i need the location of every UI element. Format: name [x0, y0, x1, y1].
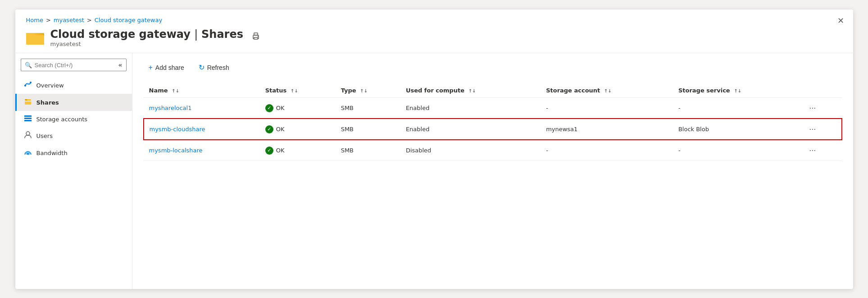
cell-actions-2: ···	[801, 140, 841, 161]
breadcrumb-resource[interactable]: myasetest	[54, 17, 84, 23]
breadcrumb: Home > myasetest > Cloud storage gateway	[26, 17, 842, 23]
cell-storage-service-0: -	[673, 98, 801, 119]
sidebar-item-shares[interactable]: Shares	[15, 94, 132, 111]
cell-status-1: ✓ OK	[260, 119, 336, 140]
bandwidth-icon	[24, 148, 32, 158]
cell-name-2: mysmb-localshare	[144, 140, 260, 161]
sidebar-item-label-bandwidth: Bandwidth	[36, 150, 68, 156]
svg-point-5	[257, 36, 258, 37]
sidebar-item-storage-accounts[interactable]: Storage accounts	[15, 111, 132, 127]
cell-compute-0: Enabled	[400, 98, 541, 119]
sidebar-item-users[interactable]: Users	[15, 127, 132, 144]
cell-actions-0: ···	[801, 98, 841, 119]
name-link-1[interactable]: mysmb-cloudshare	[150, 126, 205, 133]
sort-icon-storage-service: ↑↓	[734, 88, 741, 93]
col-header-storage-account[interactable]: Storage account ↑↓	[541, 83, 673, 98]
svg-rect-4	[254, 37, 258, 39]
col-header-compute[interactable]: Used for compute ↑↓	[400, 83, 541, 98]
refresh-button[interactable]: ↻ Refresh	[193, 60, 235, 74]
cell-storage-account-0: -	[541, 98, 673, 119]
search-icon: 🔍	[25, 62, 32, 69]
title-row: Cloud storage gateway | Shares myasetest	[26, 28, 842, 53]
refresh-icon: ↻	[199, 63, 205, 72]
body: 🔍 « Overview	[15, 53, 853, 289]
svg-point-6	[24, 85, 26, 87]
table-row[interactable]: mysharelocal1 ✓ OK SMB Enabled - - ···	[144, 98, 842, 119]
main-content: + Add share ↻ Refresh Name ↑↓	[132, 53, 853, 289]
svg-point-7	[27, 83, 29, 85]
cell-storage-service-1: Block Blob	[673, 119, 801, 140]
col-header-actions	[801, 83, 841, 98]
sidebar-item-label-overview: Overview	[36, 82, 64, 89]
sidebar-item-label-shares: Shares	[36, 99, 59, 106]
svg-rect-10	[25, 99, 27, 101]
cell-storage-account-2: -	[541, 140, 673, 161]
title-pipe: |	[194, 28, 201, 41]
status-text-2: OK	[276, 147, 285, 154]
cell-compute-2: Disabled	[400, 140, 541, 161]
table-row[interactable]: mysmb-cloudshare ✓ OK SMB Enabled mynews…	[144, 119, 842, 140]
title-text: Cloud storage gateway | Shares myasetest	[50, 28, 243, 48]
folder-icon	[26, 29, 44, 46]
svg-rect-3	[254, 33, 258, 35]
name-link-2[interactable]: mysmb-localshare	[149, 147, 203, 154]
close-button[interactable]: ✕	[837, 17, 844, 25]
cell-status-2: ✓ OK	[260, 140, 336, 161]
shares-table: Name ↑↓ Status ↑↓ Type ↑↓ Used for com	[143, 83, 842, 161]
svg-rect-14	[24, 120, 32, 121]
add-share-button[interactable]: + Add share	[143, 61, 190, 74]
print-icon[interactable]	[251, 32, 260, 43]
sort-icon-compute: ↑↓	[468, 88, 476, 93]
svg-rect-12	[24, 115, 32, 117]
cell-type-0: SMB	[336, 98, 400, 119]
cell-name-1: mysmb-cloudshare	[144, 119, 260, 140]
svg-point-8	[30, 82, 32, 83]
status-text-1: OK	[276, 126, 285, 133]
svg-rect-13	[24, 118, 32, 119]
cell-type-2: SMB	[336, 140, 400, 161]
toolbar: + Add share ↻ Refresh	[143, 60, 842, 74]
cell-type-1: SMB	[336, 119, 400, 140]
sidebar-item-bandwidth[interactable]: Bandwidth	[15, 144, 132, 161]
sort-icon-storage-account: ↑↓	[604, 88, 612, 93]
table-row[interactable]: mysmb-localshare ✓ OK SMB Disabled - - ·…	[144, 140, 842, 161]
more-actions-button-0[interactable]: ···	[806, 102, 818, 114]
cell-compute-1: Enabled	[400, 119, 541, 140]
cell-storage-account-1: mynewsa1	[541, 119, 673, 140]
breadcrumb-sep2: >	[87, 17, 92, 23]
status-ok-icon-0: ✓	[265, 104, 273, 112]
svg-rect-11	[25, 101, 31, 105]
cell-status-0: ✓ OK	[260, 98, 336, 119]
cell-name-0: mysharelocal1	[144, 98, 260, 119]
col-header-storage-service[interactable]: Storage service ↑↓	[673, 83, 801, 98]
sidebar-item-overview[interactable]: Overview	[15, 77, 132, 94]
cell-storage-service-2: -	[673, 140, 801, 161]
col-header-name[interactable]: Name ↑↓	[144, 83, 260, 98]
table-body: mysharelocal1 ✓ OK SMB Enabled - - ··· m…	[144, 98, 842, 161]
svg-point-16	[27, 154, 28, 155]
breadcrumb-home[interactable]: Home	[26, 17, 43, 23]
search-input[interactable]	[35, 62, 116, 69]
more-actions-button-1[interactable]: ···	[806, 124, 818, 135]
users-icon	[24, 131, 32, 141]
col-header-type[interactable]: Type ↑↓	[336, 83, 400, 98]
collapse-button[interactable]: «	[118, 61, 122, 69]
status-ok-icon-2: ✓	[265, 147, 273, 155]
col-header-status[interactable]: Status ↑↓	[260, 83, 336, 98]
more-actions-button-2[interactable]: ···	[806, 145, 818, 156]
table-header: Name ↑↓ Status ↑↓ Type ↑↓ Used for com	[144, 83, 842, 98]
page-title: Cloud storage gateway | Shares	[50, 28, 243, 41]
add-icon: +	[149, 64, 153, 72]
header: Home > myasetest > Cloud storage gateway	[15, 9, 853, 54]
sort-icon-status: ↑↓	[291, 88, 298, 93]
main-window: ✕ Home > myasetest > Cloud storage gatew…	[15, 9, 853, 289]
name-link-0[interactable]: mysharelocal1	[149, 105, 192, 111]
search-box[interactable]: 🔍 «	[21, 59, 127, 71]
add-share-label: Add share	[155, 64, 184, 71]
status-text-0: OK	[276, 105, 285, 111]
overview-icon	[24, 80, 32, 90]
sidebar-item-label-users: Users	[36, 133, 53, 139]
svg-point-15	[26, 132, 30, 135]
breadcrumb-current[interactable]: Cloud storage gateway	[95, 17, 162, 23]
shares-icon	[24, 97, 32, 107]
